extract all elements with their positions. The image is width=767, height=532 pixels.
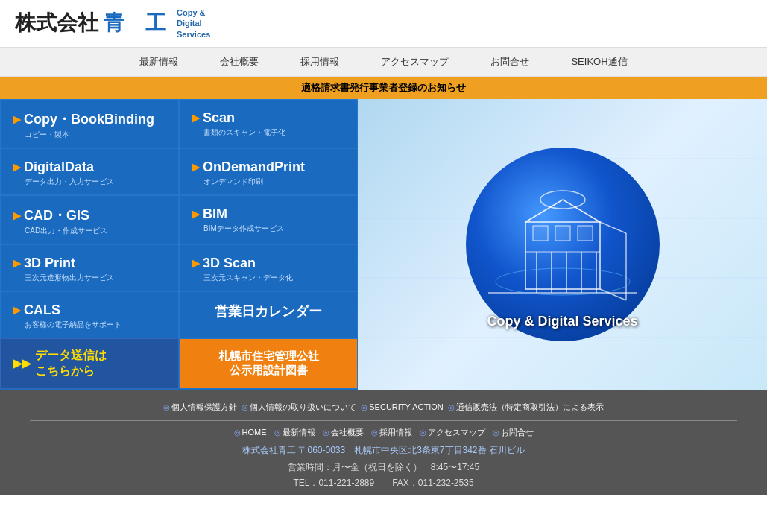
service-subtitle-4: CAD出力・作成サービス (13, 226, 166, 236)
services-grid-inner: ▶Copy・BookBinding コピー・製本 ▶Scan 書類のスキャン・電… (0, 99, 358, 338)
service-digitaldata[interactable]: ▶DigitalData データ出力・入力サービス (0, 148, 179, 195)
footer-link-home[interactable]: HOME (234, 427, 267, 438)
service-bim[interactable]: ▶BIM BIMデータ作成サービス (179, 195, 358, 244)
footer-link-access[interactable]: アクセスマップ (420, 427, 485, 438)
building-illustration (481, 177, 645, 311)
service-title-7: 3D Scan (203, 256, 256, 271)
footer-link-security[interactable]: SECURITY ACTION (361, 402, 443, 413)
service-3dscan[interactable]: ▶3D Scan 三次元スキャン・データ化 (179, 244, 358, 291)
service-title-9: 営業日カレンダー (215, 303, 322, 320)
service-eigyo[interactable]: 営業日カレンダー (179, 291, 358, 338)
main-nav: 最新情報 会社概要 採用情報 アクセスマップ お問合せ SEIKOH通信 (0, 47, 767, 77)
notice-bar[interactable]: 適格請求書発行事業者登録のお知らせ (0, 77, 767, 99)
logo-copy-line2: Digital (177, 18, 210, 28)
data-send-label: データ送信は こちらから (35, 348, 107, 379)
svg-line-17 (600, 222, 626, 233)
footer: 個人情報保護方針 個人情報の取り扱いについて SECURITY ACTION 通… (0, 390, 767, 495)
service-subtitle-8: お客様の電子納品をサポート (13, 320, 166, 330)
svg-point-21 (496, 268, 630, 295)
data-send-icon: ▶▶ (13, 356, 31, 370)
sapporo-design-label: 札幌市住宅管理公社 公示用設計図書 (218, 349, 319, 378)
footer-link-tokushoho[interactable]: 通信販売法（特定商取引法）による表示 (448, 402, 604, 413)
service-subtitle-7: 三次元スキャン・データ化 (192, 273, 345, 283)
nav-item-contact[interactable]: お問合せ (470, 48, 550, 76)
nav-item-recruit[interactable]: 採用情報 (280, 48, 360, 76)
footer-address: 株式会社青工 〒060-0033 札幌市中央区北3条東7丁目342番 石川ビル (0, 441, 767, 460)
footer-links-1: 個人情報保護方針 個人情報の取り扱いについて SECURITY ACTION 通… (0, 397, 767, 417)
nav-item-access[interactable]: アクセスマップ (360, 48, 470, 76)
svg-line-6 (525, 200, 563, 222)
footer-link-privacy-policy[interactable]: 個人情報保護方針 (163, 402, 237, 413)
svg-rect-16 (578, 226, 593, 241)
footer-link-company[interactable]: 会社概要 (323, 427, 364, 438)
nav-item-seikoh[interactable]: SEIKOH通信 (550, 48, 648, 76)
service-title-3: OnDemandPrint (203, 159, 305, 175)
service-cad-gis[interactable]: ▶CAD・GIS CAD出力・作成サービス (0, 195, 179, 244)
footer-link-privacy-handling[interactable]: 個人情報の取り扱いについて (242, 402, 356, 413)
service-3dprint[interactable]: ▶3D Print 三次元造形物出力サービス (0, 244, 179, 291)
footer-link-news[interactable]: 最新情報 (274, 427, 315, 438)
svg-line-7 (563, 200, 600, 222)
service-scan[interactable]: ▶Scan 書類のスキャン・電子化 (179, 99, 358, 148)
service-title-2: DigitalData (24, 159, 94, 175)
service-title-6: 3D Print (24, 256, 75, 271)
logo-copy: Copy & Digital Services (172, 7, 210, 39)
logo-kanji: 株式会社 青 工 (15, 9, 166, 37)
header: 株式会社 青 工 Copy & Digital Services (0, 0, 767, 47)
logo-copy-line1: Copy & (177, 7, 210, 18)
footer-link-contact[interactable]: お問合せ (493, 427, 534, 438)
service-subtitle-1: 書類のスキャン・電子化 (192, 127, 345, 138)
service-title-0: Copy・BookBinding (24, 110, 154, 128)
nav-item-company[interactable]: 会社概要 (199, 48, 280, 76)
right-area: Copy & Digital Services (358, 99, 767, 390)
service-subtitle-5: BIMデータ作成サービス (192, 224, 345, 234)
svg-rect-15 (555, 226, 570, 241)
service-subtitle-2: データ出力・入力サービス (13, 177, 166, 187)
bottom-row: ▶▶ データ送信は こちらから 札幌市住宅管理公社 公示用設計図書 (0, 338, 358, 389)
circle-container: Copy & Digital Services (466, 148, 660, 341)
footer-links-2: HOME 最新情報 会社概要 採用情報 アクセスマップ お問合せ (0, 424, 767, 441)
notice-text: 適格請求書発行事業者登録のお知らせ (301, 82, 466, 93)
logo: 株式会社 青 工 Copy & Digital Services (15, 7, 210, 39)
service-copy-bookbinding[interactable]: ▶Copy・BookBinding コピー・製本 (0, 99, 179, 148)
footer-tel: TEL．011-221-2889 FAX．011-232-2535 (0, 475, 767, 491)
service-title-8: CALS (24, 303, 60, 318)
service-title-4: CAD・GIS (24, 206, 89, 224)
service-subtitle-0: コピー・製本 (13, 130, 166, 140)
main-content: ▶Copy・BookBinding コピー・製本 ▶Scan 書類のスキャン・電… (0, 99, 767, 390)
service-ondemandprint[interactable]: ▶OnDemandPrint オンデマンド印刷 (179, 148, 358, 195)
footer-divider (30, 420, 737, 421)
copy-digital-label: Copy & Digital Services (487, 314, 637, 329)
footer-hours: 営業時間：月〜金（祝日を除く） 8:45〜17:45 (0, 460, 767, 475)
sapporo-design-button[interactable]: 札幌市住宅管理公社 公示用設計図書 (179, 338, 358, 389)
nav-item-news[interactable]: 最新情報 (119, 48, 199, 76)
service-title-1: Scan (203, 110, 235, 126)
blue-circle (466, 148, 660, 341)
service-subtitle-6: 三次元造形物出力サービス (13, 273, 166, 283)
footer-link-recruit[interactable]: 採用情報 (371, 427, 412, 438)
service-cals[interactable]: ▶CALS お客様の電子納品をサポート (0, 291, 179, 338)
logo-copy-line3: Services (177, 29, 210, 39)
svg-rect-14 (533, 226, 548, 241)
service-subtitle-3: オンデマンド印刷 (192, 177, 345, 187)
data-send-button[interactable]: ▶▶ データ送信は こちらから (0, 338, 179, 389)
services-grid: ▶Copy・BookBinding コピー・製本 ▶Scan 書類のスキャン・電… (0, 99, 358, 390)
service-title-5: BIM (203, 206, 227, 222)
